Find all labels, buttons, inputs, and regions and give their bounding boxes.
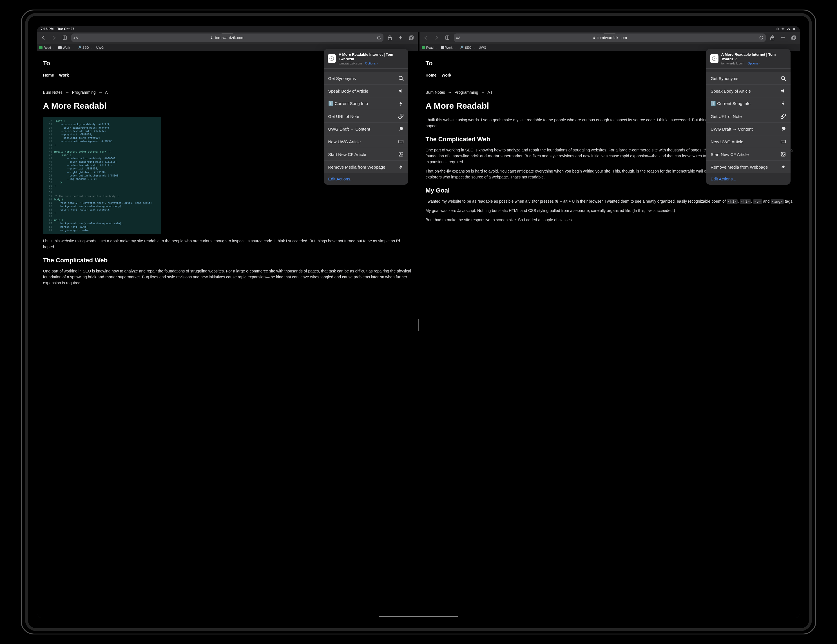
heading-complicated: The Complicated Web: [43, 256, 412, 265]
speaker-icon: [780, 88, 786, 94]
share-button[interactable]: [768, 33, 776, 42]
nav-home[interactable]: Home: [43, 72, 54, 78]
keyboard-icon: [780, 139, 786, 144]
back-button[interactable]: [39, 33, 48, 42]
bookmarks-button[interactable]: [443, 33, 451, 42]
safari-icon: [328, 54, 336, 63]
lock-icon: [210, 36, 213, 39]
reload-button[interactable]: [377, 36, 381, 40]
share-action-label: Remove Media from Webpage: [328, 165, 386, 169]
search-icon: [398, 75, 404, 81]
share-action[interactable]: ℹ️ Current Song Info: [706, 97, 791, 110]
fav-read[interactable]: Read⌄: [39, 46, 55, 49]
edit-actions-link[interactable]: Edit Actions...: [324, 173, 408, 185]
edit-actions-link[interactable]: Edit Actions...: [706, 173, 791, 185]
new-tab-button[interactable]: [779, 33, 787, 42]
share-action-label: Get Synonyms: [328, 76, 356, 81]
reader-button[interactable]: AA: [456, 36, 461, 40]
share-subtitle: tomtwardzik.com Options ›: [339, 62, 404, 65]
share-header: A More Readable Internet | Tom Twardzik …: [324, 49, 408, 69]
share-action[interactable]: Get URL of Note: [324, 110, 408, 123]
nav-work[interactable]: Work: [441, 72, 451, 78]
reader-button[interactable]: AA: [74, 36, 78, 40]
share-action[interactable]: Get URL of Note: [706, 110, 791, 123]
share-action[interactable]: Speak Body of Article: [324, 84, 408, 97]
tabs-button[interactable]: [407, 33, 415, 42]
forward-button[interactable]: [50, 33, 58, 42]
share-action-label: Speak Body of Article: [711, 88, 751, 93]
share-action[interactable]: ℹ️ Current Song Info: [324, 97, 408, 110]
split-handle[interactable]: [418, 319, 419, 331]
share-action[interactable]: New UWG Article: [706, 135, 791, 148]
picture-icon: [780, 151, 786, 157]
link-icon: [780, 113, 786, 119]
bolt-icon: [780, 101, 786, 107]
share-action[interactable]: Remove Media from Webpage: [324, 161, 408, 173]
share-options-link[interactable]: Options ›: [747, 62, 760, 65]
share-action-label: Start New CF Article: [328, 152, 366, 157]
fav-read[interactable]: Read⌄: [422, 46, 438, 49]
fav-uwg[interactable]: UWG: [479, 46, 486, 49]
bookmarks-button[interactable]: [61, 33, 69, 42]
fav-seo[interactable]: 🔎SEO⌄: [77, 46, 93, 49]
split-view: AA tomtwardzik.com Read⌄ Work⌄ 🔎SEO⌄ UWG: [37, 32, 800, 618]
speaker-icon: [398, 88, 404, 94]
share-action[interactable]: Speak Body of Article: [706, 84, 791, 97]
share-title: A More Readable Internet | Tom Twardzik: [721, 52, 787, 62]
url-bar[interactable]: AA tomtwardzik.com: [454, 33, 766, 42]
left-pane: AA tomtwardzik.com Read⌄ Work⌄ 🔎SEO⌄ UWG: [37, 32, 418, 618]
fav-seo[interactable]: 🔎SEO⌄: [460, 46, 475, 49]
safari-toolbar: AA tomtwardzik.com: [420, 32, 801, 44]
home-indicator[interactable]: [379, 616, 458, 617]
share-action[interactable]: UWG Draft → Content: [324, 123, 408, 135]
share-sheet: A More Readable Internet | Tom Twardzik …: [706, 49, 791, 185]
back-button[interactable]: [422, 33, 430, 42]
para-goal2: My goal was zero Javascript. Nothing but…: [426, 208, 794, 214]
forward-button[interactable]: [432, 33, 441, 42]
crumb-a[interactable]: Bum Notes: [43, 90, 62, 95]
share-title: A More Readable Internet | Tom Twardzik: [339, 52, 404, 62]
status-right: [775, 27, 796, 31]
share-options-link[interactable]: Options ›: [365, 62, 378, 65]
share-action[interactable]: New UWG Article: [324, 135, 408, 148]
crumb-b[interactable]: Programming: [455, 90, 478, 95]
fav-work[interactable]: Work⌄: [58, 46, 74, 49]
nav-work[interactable]: Work: [59, 72, 69, 78]
fav-work[interactable]: Work⌄: [441, 46, 456, 49]
share-action-label: Speak Body of Article: [328, 88, 369, 93]
reload-button[interactable]: [759, 36, 763, 40]
battery-icon: [792, 27, 796, 31]
status-time: 7:16 PM: [41, 27, 54, 31]
status-left: 7:16 PM Tue Oct 27: [41, 27, 74, 31]
keyboard-icon: [398, 139, 404, 144]
share-action[interactable]: Start New CF Article: [706, 148, 791, 161]
wifi-icon: [781, 27, 785, 31]
bolt-icon: [780, 164, 786, 170]
share-action-label: UWG Draft → Content: [711, 127, 753, 131]
share-action-label: Get URL of Note: [328, 114, 359, 119]
url-text: tomtwardzik.com: [597, 36, 627, 40]
share-action[interactable]: Get Synonyms: [324, 72, 408, 84]
link-icon: [398, 113, 404, 119]
right-pane: AA tomtwardzik.com Read⌄ Work⌄ 🔎SEO⌄ UWG: [418, 32, 801, 618]
share-action[interactable]: Remove Media from Webpage: [706, 161, 791, 173]
share-action-label: ℹ️ Current Song Info: [711, 101, 750, 106]
safari-icon: [710, 54, 719, 63]
url-bar[interactable]: AA tomtwardzik.com: [71, 33, 384, 42]
status-date: Tue Oct 27: [57, 27, 74, 31]
crumb-a[interactable]: Bum Notes: [426, 90, 445, 95]
share-action[interactable]: Get Synonyms: [706, 72, 791, 84]
new-tab-button[interactable]: [396, 33, 405, 42]
rocket-icon: [398, 126, 404, 132]
lock-icon: [592, 36, 596, 39]
headphones-icon: [787, 27, 791, 31]
code-block: 37:root { 38 --color-background-body: #f…: [43, 117, 161, 234]
picture-icon: [398, 151, 404, 157]
crumb-b[interactable]: Programming: [72, 90, 96, 95]
tabs-button[interactable]: [789, 33, 798, 42]
fav-uwg[interactable]: UWG: [96, 46, 104, 49]
share-action[interactable]: UWG Draft → Content: [706, 123, 791, 135]
share-action[interactable]: Start New CF Article: [324, 148, 408, 161]
nav-home[interactable]: Home: [426, 72, 437, 78]
share-button[interactable]: [386, 33, 394, 42]
